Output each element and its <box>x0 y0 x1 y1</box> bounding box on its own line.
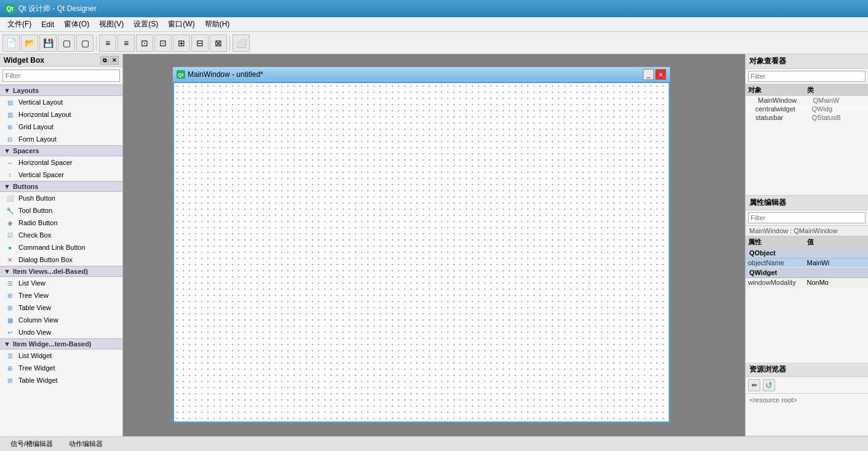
category-buttons: ▼ Buttons <box>0 181 122 192</box>
widget-command-link[interactable]: ● Command Link Button <box>0 241 122 253</box>
toolbar-save[interactable]: 💾 <box>39 34 57 52</box>
widget-list-widget[interactable]: ☰ List Widget <box>0 349 122 362</box>
props-key-objectname: objectName <box>748 259 807 266</box>
resource-content: <resource root> <box>746 394 868 436</box>
menu-edit[interactable]: Edit <box>36 19 59 30</box>
props-list: QObject objectName MainWi QWidget window… <box>746 248 868 362</box>
props-group-qobject: QObject <box>746 248 868 258</box>
widget-horizontal-layout[interactable]: ▥ Horizontal Layout <box>0 108 122 121</box>
widget-box-title: Widget Box <box>4 56 44 65</box>
props-filter-input[interactable] <box>748 212 866 223</box>
widget-horiz-spacer[interactable]: ↔ Horizontal Spacer <box>0 156 122 169</box>
widget-tree-widget[interactable]: ⊞ Tree Widget <box>0 362 122 374</box>
toolbar-btn10[interactable]: ⊞ <box>173 34 190 52</box>
widget-radio-button[interactable]: ◉ Radio Button <box>0 217 122 229</box>
widget-undo-view[interactable]: ↩ Undo View <box>0 326 122 338</box>
canvas-content[interactable] <box>173 82 670 423</box>
props-filter-bar <box>746 210 868 226</box>
resource-toolbar: ✏ ↺ <box>746 377 868 394</box>
category-buttons-arrow: ▼ <box>4 183 10 190</box>
widget-vertical-layout[interactable]: ▤ Vertical Layout <box>0 96 122 108</box>
property-editor-title: 属性编辑器 <box>746 196 868 210</box>
obj-filter-bar <box>746 69 868 84</box>
resource-edit-btn[interactable]: ✏ <box>748 379 760 391</box>
toolbar-btn13[interactable]: ⬜ <box>233 34 250 52</box>
category-itemwidgets: ▼ Item Widge...tem-Based) <box>0 338 122 349</box>
obj-row-central[interactable]: centralwidget QWidg <box>746 105 868 113</box>
toolbar-btn9[interactable]: ⊡ <box>154 34 172 52</box>
grid-layout-icon: ⊞ <box>5 122 15 132</box>
category-itemviews: ▼ Item Views...del-Based) <box>0 266 122 277</box>
toolbar-open[interactable]: 📂 <box>21 34 38 52</box>
widget-grid-layout[interactable]: ⊞ Grid Layout <box>0 121 122 133</box>
widget-list: ▼ Layouts ▤ Vertical Layout ▥ Horizontal… <box>0 85 122 436</box>
props-header-key: 属性 <box>748 237 807 247</box>
widget-tool-button[interactable]: 🔧 Tool Button <box>0 204 122 217</box>
widget-form-layout[interactable]: ⊟ Form Layout <box>0 133 122 145</box>
vert-spacer-icon: ↕ <box>5 170 15 180</box>
props-row-windowmodality[interactable]: windowModality NonMo <box>746 278 868 287</box>
obj-row-mainwindow[interactable]: MainWindow QMainW <box>746 96 868 105</box>
widget-filter-input[interactable] <box>2 70 120 82</box>
obj-name-mainwindow: MainWindow <box>758 97 811 104</box>
canvas-area: Qt MainWindow - untitled* _ ✕ <box>123 54 745 436</box>
menu-settings[interactable]: 设置(S) <box>129 18 163 31</box>
widget-table-view[interactable]: ⊞ Table View <box>0 301 122 314</box>
widget-push-button[interactable]: ⬜ Push Button <box>0 192 122 204</box>
obj-name-statusbar: statusbar <box>755 114 810 121</box>
widget-box-close[interactable]: ✕ <box>110 56 119 65</box>
menu-window[interactable]: 窗口(W) <box>163 18 199 31</box>
props-row-objectname[interactable]: objectName MainWi <box>746 258 868 268</box>
widget-vert-spacer[interactable]: ↕ Vertical Spacer <box>0 169 122 181</box>
props-val-objectname: MainWi <box>807 259 866 266</box>
obj-filter-input[interactable] <box>748 71 866 82</box>
resource-refresh-btn[interactable]: ↺ <box>763 379 775 391</box>
widget-list-view[interactable]: ☰ List View <box>0 277 122 289</box>
toolbar-btn5[interactable]: ▢ <box>76 34 94 52</box>
vertical-layout-icon: ▤ <box>5 97 15 107</box>
category-spacers: ▼ Spacers <box>0 145 122 156</box>
category-layouts-arrow: ▼ <box>4 87 10 94</box>
toolbar-btn7[interactable]: ≡ <box>117 34 135 52</box>
menu-view[interactable]: 视图(V) <box>94 18 129 31</box>
title-bar-text: Qt 设计师 - Qt Designer <box>18 4 97 14</box>
menu-file[interactable]: 文件(F) <box>2 18 36 31</box>
toolbar-new[interactable]: 📄 <box>2 34 20 52</box>
widget-box-restore[interactable]: ⧉ <box>100 56 109 65</box>
main-area: Widget Box ⧉ ✕ ▼ Layouts ▤ Vertical Layo… <box>0 54 868 436</box>
toolbar-btn12[interactable]: ⊠ <box>210 34 227 52</box>
widget-tree-view[interactable]: ⊞ Tree View <box>0 289 122 301</box>
list-widget-icon: ☰ <box>5 351 15 361</box>
object-inspector-section: 对象查看器 对象 类 MainWindow QMainW centralwidg… <box>746 54 868 196</box>
widget-dialog-button-box[interactable]: ✕ Dialog Button Box <box>0 253 122 266</box>
toolbar-btn8[interactable]: ⊡ <box>136 34 153 52</box>
table-widget-icon: ⊞ <box>5 375 15 385</box>
title-bar: Qt Qt 设计师 - Qt Designer <box>0 0 868 17</box>
canvas-window-close[interactable]: ✕ <box>655 69 666 80</box>
obj-header-name: 对象 <box>748 86 807 95</box>
widget-table-widget[interactable]: ⊞ Table Widget <box>0 374 122 386</box>
obj-row-statusbar[interactable]: statusbar QStatusB <box>746 113 868 122</box>
object-inspector: 对象 类 MainWindow QMainW centralwidget QWi… <box>746 84 868 195</box>
widget-box-header: Widget Box ⧉ ✕ <box>0 54 122 67</box>
menu-form[interactable]: 窗体(O) <box>59 18 94 31</box>
widget-filter-bar <box>0 67 122 85</box>
horizontal-layout-icon: ▥ <box>5 110 15 119</box>
toolbar-btn11[interactable]: ⊟ <box>191 34 209 52</box>
radio-button-icon: ◉ <box>5 218 15 228</box>
table-view-icon: ⊞ <box>5 303 15 313</box>
widget-check-box[interactable]: ☑ Check Box <box>0 229 122 241</box>
toolbar: 📄 📂 💾 ▢ ▢ ≡ ≡ ⊡ ⊡ ⊞ ⊟ ⊠ ⬜ <box>0 32 868 54</box>
canvas-window-title-text: MainWindow - untitled* <box>188 70 263 79</box>
toolbar-btn6[interactable]: ≡ <box>99 34 116 52</box>
push-button-icon: ⬜ <box>5 193 15 203</box>
props-group-qwidget: QWidget <box>746 268 868 278</box>
canvas-window-minimize[interactable]: _ <box>643 69 654 80</box>
widget-column-view[interactable]: ▦ Column View <box>0 314 122 326</box>
horiz-spacer-icon: ↔ <box>5 158 15 167</box>
bottom-tab-actions[interactable]: 动作编辑器 <box>61 437 111 450</box>
list-view-icon: ☰ <box>5 278 15 288</box>
bottom-tab-signals[interactable]: 信号/槽编辑器 <box>2 437 61 450</box>
toolbar-btn4[interactable]: ▢ <box>58 34 75 52</box>
menu-help[interactable]: 帮助(H) <box>200 18 235 31</box>
